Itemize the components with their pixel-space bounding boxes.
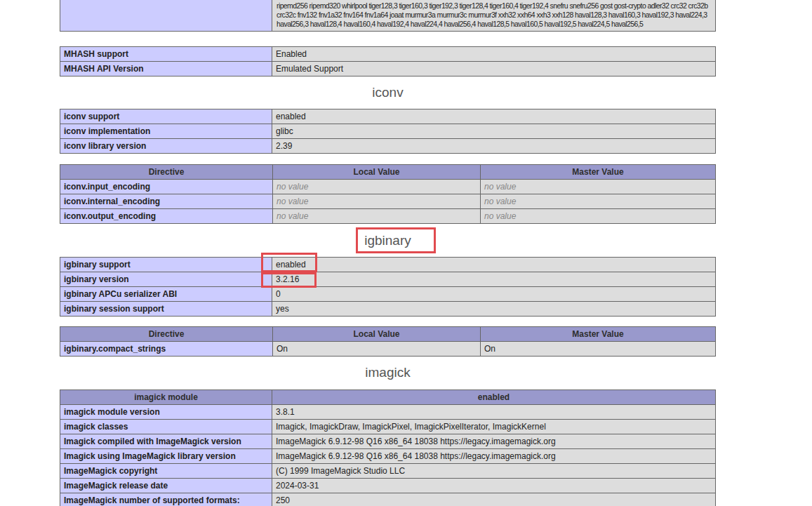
table-row: iconv implementation glibc	[60, 124, 716, 139]
directive-cell: igbinary.compact_strings	[60, 342, 273, 357]
table-row: iconv.input_encoding no value no value	[60, 180, 716, 194]
master-value-cell: On	[481, 342, 716, 357]
table-row: imagick module version 3.8.1	[60, 405, 716, 420]
igbinary-directive-table: Directive Local Value Master Value igbin…	[60, 326, 716, 357]
hash-algorithms-section: ripemd256 ripemd320 whirlpool tiger128,3…	[60, 0, 716, 32]
table-row: Imagick compiled with ImageMagick versio…	[60, 434, 716, 449]
value-cell: 3.8.1	[272, 405, 716, 420]
mhash-section: MHASH support Enabled MHASH API Version …	[60, 46, 716, 76]
label-cell: ImageMagick number of supported formats:	[60, 493, 272, 506]
local-value-cell: no value	[273, 180, 481, 194]
column-header-directive: Directive	[60, 165, 273, 180]
master-value-cell: no value	[481, 180, 716, 194]
table-header-row: Directive Local Value Master Value	[60, 165, 716, 180]
value-cell: 2024-03-31	[272, 479, 716, 493]
value-cell: 3.2.16	[272, 272, 716, 287]
value-cell: enabled	[272, 109, 716, 124]
annotation-box-igbinary-version-value	[261, 272, 317, 288]
label-cell: imagick module version	[60, 405, 272, 420]
imagick-module-header: imagick module	[60, 390, 272, 405]
column-header-master-value: Master Value	[481, 327, 716, 342]
local-value-cell: On	[273, 342, 481, 357]
table-header-row: imagick module enabled	[60, 390, 716, 405]
table-row: igbinary session support yes	[60, 302, 716, 317]
iconv-info-table: iconv support enabled iconv implementati…	[60, 109, 716, 154]
value-cell: glibc	[272, 124, 716, 139]
column-header-local-value: Local Value	[273, 165, 481, 180]
value-cell: ImageMagick 6.9.12-98 Q16 x86_64 18038 h…	[272, 434, 716, 449]
table-row: igbinary APCu serializer ABI 0	[60, 287, 716, 302]
label-cell: MHASH API Version	[60, 62, 272, 76]
table-row: Imagick using ImageMagick library versio…	[60, 449, 716, 464]
igbinary-directive-section: Directive Local Value Master Value igbin…	[60, 326, 716, 357]
label-cell: imagick classes	[60, 420, 272, 434]
table-row: igbinary.compact_strings On On	[60, 342, 716, 357]
label-cell: iconv implementation	[60, 124, 272, 139]
phpinfo-page: ripemd256 ripemd320 whirlpool tiger128,3…	[0, 0, 812, 506]
iconv-directive-section: Directive Local Value Master Value iconv…	[60, 164, 716, 224]
master-value-cell: no value	[481, 194, 716, 209]
iconv-directive-table: Directive Local Value Master Value iconv…	[60, 164, 716, 224]
table-row: igbinary version 3.2.16	[60, 272, 716, 287]
label-cell: igbinary support	[60, 258, 272, 272]
local-value-cell: no value	[273, 194, 481, 209]
table-row: iconv.internal_encoding no value no valu…	[60, 194, 716, 209]
annotation-box-igbinary-heading	[356, 227, 436, 253]
table-row: MHASH API Version Emulated Support	[60, 62, 716, 76]
value-cell: Enabled	[272, 47, 716, 62]
imagick-section-heading: imagick	[60, 365, 716, 380]
table-row: igbinary support enabled	[60, 258, 716, 272]
value-cell: (C) 1999 ImageMagick Studio LLC	[272, 464, 716, 479]
imagick-section: imagick module enabled imagick module ve…	[60, 390, 716, 506]
table-header-row: Directive Local Value Master Value	[60, 327, 716, 342]
column-header-local-value: Local Value	[273, 327, 481, 342]
table-row: imagick classes Imagick, ImagickDraw, Im…	[60, 420, 716, 434]
value-cell: enabled	[272, 258, 716, 272]
mhash-table: MHASH support Enabled MHASH API Version …	[60, 46, 716, 76]
label-cell: iconv support	[60, 109, 272, 124]
iconv-info-section: iconv support enabled iconv implementati…	[60, 109, 716, 154]
label-cell	[60, 0, 272, 32]
table-row: iconv.output_encoding no value no value	[60, 209, 716, 224]
label-cell: ImageMagick release date	[60, 479, 272, 493]
igbinary-info-table: igbinary support enabled igbinary versio…	[60, 257, 716, 317]
hash-algorithms-table: ripemd256 ripemd320 whirlpool tiger128,3…	[60, 0, 716, 32]
value-cell: Emulated Support	[272, 62, 716, 76]
local-value-cell: no value	[273, 209, 481, 224]
column-header-directive: Directive	[60, 327, 273, 342]
table-row: ImageMagick release date 2024-03-31	[60, 479, 716, 493]
table-row: iconv support enabled	[60, 109, 716, 124]
value-cell: ImageMagick 6.9.12-98 Q16 x86_64 18038 h…	[272, 449, 716, 464]
value-cell: Imagick, ImagickDraw, ImagickPixel, Imag…	[272, 420, 716, 434]
table-row: ImageMagick copyright (C) 1999 ImageMagi…	[60, 464, 716, 479]
table-row: iconv library version 2.39	[60, 139, 716, 154]
imagick-table: imagick module enabled imagick module ve…	[60, 390, 716, 506]
imagick-enabled-header: enabled	[272, 390, 716, 405]
table-row: ripemd256 ripemd320 whirlpool tiger128,3…	[60, 0, 716, 32]
igbinary-info-section: igbinary support enabled igbinary versio…	[60, 257, 716, 317]
value-cell: 0	[272, 287, 716, 302]
label-cell: Imagick compiled with ImageMagick versio…	[60, 434, 272, 449]
label-cell: iconv library version	[60, 139, 272, 154]
directive-cell: iconv.output_encoding	[60, 209, 273, 224]
value-cell: ripemd256 ripemd320 whirlpool tiger128,3…	[272, 0, 716, 32]
label-cell: ImageMagick copyright	[60, 464, 272, 479]
column-header-master-value: Master Value	[481, 165, 716, 180]
label-cell: Imagick using ImageMagick library versio…	[60, 449, 272, 464]
value-cell: 2.39	[272, 139, 716, 154]
label-cell: MHASH support	[60, 47, 272, 62]
master-value-cell: no value	[481, 209, 716, 224]
table-row: MHASH support Enabled	[60, 47, 716, 62]
directive-cell: iconv.internal_encoding	[60, 194, 273, 209]
label-cell: igbinary session support	[60, 302, 272, 317]
value-cell: yes	[272, 302, 716, 317]
label-cell: igbinary version	[60, 272, 272, 287]
table-row: ImageMagick number of supported formats:…	[60, 493, 716, 506]
iconv-section-heading: iconv	[60, 85, 716, 100]
value-cell: 250	[272, 493, 716, 506]
label-cell: igbinary APCu serializer ABI	[60, 287, 272, 302]
directive-cell: iconv.input_encoding	[60, 180, 273, 194]
annotation-box-igbinary-support-value	[261, 253, 317, 272]
